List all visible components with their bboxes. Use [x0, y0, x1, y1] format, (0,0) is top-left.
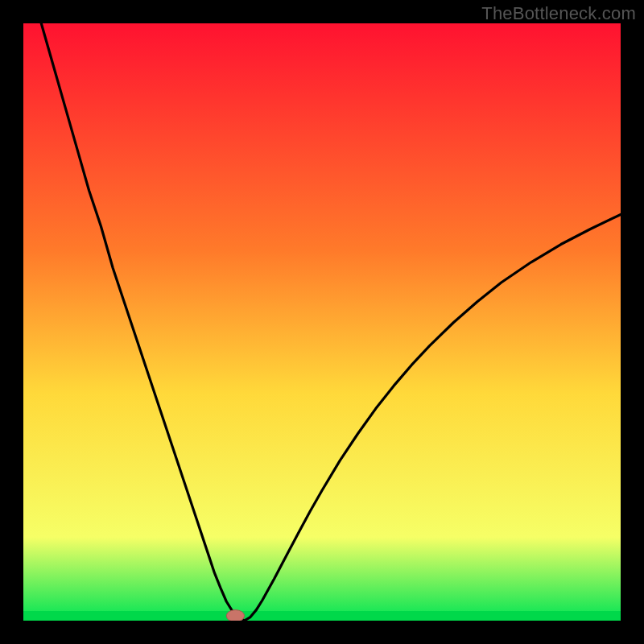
watermark-text: TheBottleneck.com: [481, 3, 636, 24]
chart-frame: TheBottleneck.com: [0, 0, 644, 644]
bottleneck-chart: [23, 23, 621, 621]
green-band: [23, 611, 621, 621]
gradient-background: [23, 23, 621, 621]
plot-area: [23, 23, 621, 621]
minimum-marker: [226, 610, 244, 621]
